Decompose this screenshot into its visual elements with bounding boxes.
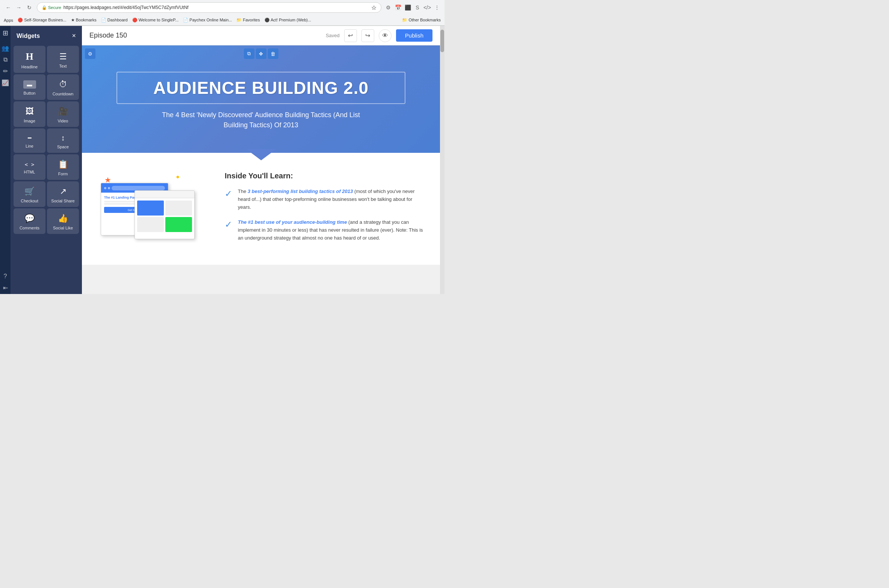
bookmark-self-storage[interactable]: 🔴 Self-Storage Busines... [18,18,67,23]
app-icon[interactable]: ⬛ [404,4,411,11]
widget-space[interactable]: ↕ Space [47,128,79,153]
widget-button[interactable]: ▬ Button [14,74,45,100]
forward-button[interactable]: → [14,3,23,12]
settings-gear-button[interactable]: ⚙ [85,48,95,59]
secure-badge: 🔒 Secure [42,5,61,10]
social-like-icon: 👍 [58,214,68,223]
widget-countdown[interactable]: ⏱ Countdown [47,74,79,100]
widgets-header: Widgets × [11,26,82,44]
bookmark-other[interactable]: 📁 Other Bookmarks [402,18,441,23]
duplicate-button[interactable]: ⧉ [244,48,254,59]
undo-button[interactable]: ↩ [344,29,357,42]
back-button[interactable]: ← [4,3,13,12]
browser-chrome: ← → ↻ 🔒 Secure https://pages.leadpages.n… [0,0,444,26]
pencil-icon[interactable]: ✏ [3,68,8,75]
extensions-icon[interactable]: ⚙ [384,4,392,11]
learn-item-2: ✓ The #1 best use of your audience-build… [225,219,425,242]
dot-decoration: ● [176,173,180,180]
address-bar[interactable]: 🔒 Secure https://pages.leadpages.net/#/e… [37,2,381,13]
star-icon[interactable]: ☆ [371,4,376,11]
refresh-button[interactable]: ↻ [25,3,34,12]
menu-icon[interactable]: ⋮ [433,4,441,11]
widget-social-share-label: Social Share [51,199,74,203]
sidebar-toggle-icon[interactable]: ⇤ [3,284,8,291]
bookmark-dashboard[interactable]: 📄 Dashboard [101,18,128,23]
widget-countdown-label: Countdown [53,92,74,96]
url-text: https://pages.leadpages.net/#/edit/45ojT… [63,5,369,10]
widget-checkout-label: Checkout [21,199,38,203]
button-icon: ▬ [23,80,36,89]
widget-comments-label: Comments [20,226,39,230]
bookmark-paychex[interactable]: 📄 Paychex Online Main... [183,18,232,23]
mockup-stack: ★ ★ ● ● [97,172,195,247]
layers-icon[interactable]: ⧉ [3,56,8,63]
content-text-area: Inside You'll Learn: ✓ The 3 best-perfor… [225,172,425,250]
line-icon: ━ [28,134,32,142]
bookmarks-bar: Apps 🔴 Self-Storage Busines... ★ Bookmar… [0,15,444,26]
widget-text[interactable]: ☰ Text [47,46,79,73]
redo-button[interactable]: ↪ [361,29,374,42]
bookmark-act[interactable]: ⚫ Act! Premium (Web)... [265,18,311,23]
countdown-icon: ⏱ [59,80,67,89]
users-icon[interactable]: 👥 [2,45,9,52]
widget-headline-label: Headline [21,65,38,69]
topbar-right: Saved ↩ ↪ 👁 Publish [326,29,432,42]
learn-text-2: The #1 best use of your audience-buildin… [238,219,425,242]
apps-bar: ⊞ 👥 ⧉ ✏ 📈 ? ⇤ [0,26,11,294]
widget-video[interactable]: 🎥 Video [47,101,79,127]
widget-headline[interactable]: H Headline [14,46,45,73]
close-widgets-button[interactable]: × [72,32,76,40]
content-section: ★ ★ ● ● [82,153,440,265]
preview-button[interactable]: 👁 [379,29,392,42]
form-icon: 📋 [58,160,68,169]
page-canvas: ⚙ ⧉ ✥ 🗑 AUDIENCE BUILDING 2.0 The 4 B [82,45,440,265]
widget-social-like[interactable]: 👍 Social Like [47,208,79,234]
hero-arrow [246,149,276,160]
hero-section: ⚙ ⧉ ✥ 🗑 AUDIENCE BUILDING 2.0 The 4 B [82,45,440,153]
widget-social-share[interactable]: ↗ Social Share [47,181,79,207]
move-button[interactable]: ✥ [256,48,266,59]
widgets-title: Widgets [17,33,40,39]
scrollbar[interactable] [440,26,444,294]
apps-grid-icon[interactable]: ⊞ [3,29,8,37]
highlight-1: 3 best-performing list building tactics … [248,188,353,194]
widget-html-label: HTML [24,170,35,174]
widget-line-label: Line [26,144,33,148]
widget-text-label: Text [59,64,67,68]
widget-line[interactable]: ━ Line [14,128,45,153]
checkout-icon: 🛒 [24,187,35,196]
widget-checkout[interactable]: 🛒 Checkout [14,181,45,207]
editor-topbar: Episode 150 Saved ↩ ↪ 👁 Publish [82,26,440,45]
headline-block[interactable]: AUDIENCE BUILDING 2.0 [116,72,405,104]
bookmark-favorites[interactable]: 📁 Favorites [236,18,260,23]
code-icon[interactable]: </> [423,4,431,11]
widget-html[interactable]: < > HTML [14,154,45,180]
skype-icon[interactable]: S [414,4,421,11]
publish-button[interactable]: Publish [396,29,432,42]
headline-icon: H [26,51,33,62]
widget-button-label: Button [24,91,36,95]
widget-image[interactable]: 🖼 Image [14,101,45,127]
widget-comments[interactable]: 💬 Comments [14,208,45,234]
bookmark-apps[interactable]: Apps [4,18,13,23]
bookmark-bookmarks[interactable]: ★ Bookmarks [71,18,97,23]
page-title: Episode 150 [89,32,127,39]
image-icon: 🖼 [26,107,34,116]
help-icon[interactable]: ? [4,273,7,280]
social-share-icon: ↗ [60,187,67,196]
editor-area: Episode 150 Saved ↩ ↪ 👁 Publish ⚙ [82,26,440,294]
widgets-grid: H Headline ☰ Text ▬ Button ⏱ Countdown 🖼… [11,44,82,235]
widgets-panel: Widgets × H Headline ☰ Text ▬ Button ⏱ C… [11,26,82,294]
block-action-buttons: ⧉ ✥ 🗑 [244,48,278,59]
widget-form-label: Form [58,172,68,176]
delete-button[interactable]: 🗑 [268,48,278,59]
chart-icon[interactable]: 📈 [2,79,9,86]
canvas-area[interactable]: ⚙ ⧉ ✥ 🗑 AUDIENCE BUILDING 2.0 The 4 B [82,45,440,294]
highlight-2: The #1 best use of your audience-buildin… [238,219,347,225]
bookmark-welcome[interactable]: 🔴 Welcome to SingleP... [132,18,179,23]
widget-video-label: Video [58,119,68,123]
widget-form[interactable]: 📋 Form [47,154,79,180]
calendar-icon[interactable]: 📅 [394,4,402,11]
content-image-area: ★ ★ ● ● [97,172,210,250]
comments-icon: 💬 [24,214,35,223]
